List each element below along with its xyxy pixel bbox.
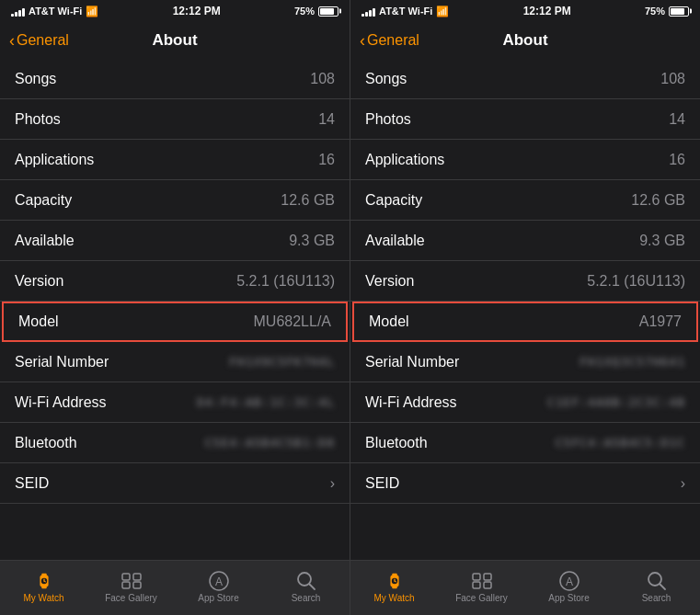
battery-percent: 75%: [294, 6, 315, 17]
status-left-right: AT&T Wi-Fi 📶: [361, 6, 449, 17]
time-display-right: 12:12 PM: [523, 5, 571, 17]
tab-my-watch-label-left: My Watch: [23, 593, 63, 603]
row-wifi-left: Wi-Fi Address D4:F4:AB:1C:3C:4L: [0, 382, 350, 423]
app-store-icon-right: A: [559, 571, 580, 591]
row-wifi-right: Wi-Fi Address C1EF:4A8B:2C3C:4B: [350, 382, 700, 423]
watch-icon-right: [384, 571, 405, 591]
row-songs-right: Songs 108: [350, 59, 700, 99]
back-label-left: General: [17, 32, 69, 49]
wifi-icon-right: 📶: [436, 6, 449, 17]
back-chevron-right: ‹: [360, 31, 365, 51]
svg-rect-7: [133, 574, 141, 580]
seid-chevron-right: ›: [681, 475, 685, 492]
row-seid-right[interactable]: SEID ›: [350, 463, 700, 504]
face-gallery-icon-right: [471, 571, 493, 591]
row-serial-right: Serial Number FH1XQ3C57H641: [350, 342, 700, 382]
page-title-right: About: [502, 31, 547, 50]
row-applications-left: Applications 16: [0, 140, 350, 180]
app-store-icon-left: A: [209, 571, 229, 591]
tab-my-watch-right[interactable]: My Watch: [367, 571, 422, 603]
svg-text:A: A: [214, 575, 222, 588]
row-version-right: Version 5.2.1 (16U113): [350, 261, 700, 302]
content-left: Songs 108 Photos 14 Applications 16 Capa…: [0, 59, 350, 560]
row-serial-left: Serial Number FH1X9C5FK7H4L: [0, 342, 350, 382]
status-bar-left: AT&T Wi-Fi 📶 12:12 PM 75%: [0, 0, 350, 22]
svg-rect-1: [41, 574, 47, 576]
row-model-right[interactable]: Model A1977: [352, 302, 698, 342]
time-display: 12:12 PM: [173, 5, 221, 17]
row-seid-left[interactable]: SEID ›: [0, 463, 350, 504]
signal-icon: [11, 6, 25, 17]
tab-my-watch-left[interactable]: My Watch: [17, 571, 72, 603]
tab-face-gallery-label-left: Face Gallery: [105, 593, 157, 603]
svg-line-5: [44, 581, 45, 582]
tab-bar-left: My Watch Face Gallery A App Store Searc: [0, 560, 350, 615]
svg-rect-21: [484, 574, 491, 580]
row-bluetooth-right: Bluetooth C5FC4:A5B4C5:D1C: [350, 423, 700, 463]
tab-app-store-right[interactable]: A App Store: [542, 571, 597, 603]
carrier-label-right: AT&T Wi-Fi: [379, 6, 432, 17]
svg-line-19: [395, 581, 396, 582]
tab-search-label-left: Search: [292, 593, 321, 603]
tab-face-gallery-right[interactable]: Face Gallery: [454, 571, 510, 603]
status-right: 75%: [294, 6, 339, 17]
svg-line-13: [309, 585, 315, 590]
page-title-left: About: [152, 31, 197, 50]
face-gallery-icon-left: [120, 571, 143, 591]
back-label-right: General: [367, 32, 419, 49]
watch-icon-left: [34, 571, 54, 591]
tab-bar-right: My Watch Face Gallery A App Store Searc: [350, 560, 700, 615]
search-icon-right: [647, 571, 667, 591]
tab-app-store-left[interactable]: A App Store: [191, 571, 247, 603]
svg-rect-23: [484, 582, 491, 588]
back-chevron-left: ‹: [9, 31, 15, 51]
back-button-right[interactable]: ‹ General: [360, 31, 419, 51]
phone-screen-right: AT&T Wi-Fi 📶 12:12 PM 75% ‹ General Abou…: [350, 0, 700, 615]
row-model-left[interactable]: Model MU682LL/A: [2, 302, 348, 342]
tab-face-gallery-label-right: Face Gallery: [455, 593, 508, 603]
battery-icon: [318, 6, 339, 17]
row-capacity-right: Capacity 12.6 GB: [350, 180, 700, 221]
seid-chevron-left: ›: [330, 475, 335, 492]
row-capacity-left: Capacity 12.6 GB: [0, 180, 350, 221]
carrier-label: AT&T Wi-Fi: [29, 6, 82, 17]
back-button-left[interactable]: ‹ General: [9, 31, 69, 51]
wifi-icon: 📶: [86, 6, 98, 17]
signal-icon-right: [361, 6, 375, 17]
svg-line-27: [660, 585, 665, 590]
row-version-left: Version 5.2.1 (16U113): [0, 261, 350, 302]
svg-rect-2: [41, 587, 47, 589]
nav-bar-left: ‹ General About: [0, 22, 350, 59]
svg-rect-6: [122, 574, 130, 580]
svg-rect-15: [392, 574, 397, 576]
tab-face-gallery-left[interactable]: Face Gallery: [104, 571, 159, 603]
status-bar-right: AT&T Wi-Fi 📶 12:12 PM 75%: [350, 0, 700, 22]
svg-rect-22: [473, 582, 480, 588]
tab-app-store-label-right: App Store: [548, 593, 589, 603]
svg-text:A: A: [565, 575, 572, 588]
row-available-right: Available 9.3 GB: [350, 221, 700, 261]
search-icon-left: [296, 571, 316, 591]
settings-list-left: Songs 108 Photos 14 Applications 16 Capa…: [0, 59, 350, 504]
nav-bar-right: ‹ General About: [350, 22, 700, 59]
row-applications-right: Applications 16: [350, 140, 700, 180]
content-right: Songs 108 Photos 14 Applications 16 Capa…: [350, 59, 700, 560]
row-photos-left: Photos 14: [0, 99, 350, 140]
row-bluetooth-left: Bluetooth C5E4:A5B4C5B1:D8: [0, 423, 350, 463]
battery-icon-right: [669, 6, 689, 17]
battery-percent-right: 75%: [645, 6, 665, 17]
status-left: AT&T Wi-Fi 📶: [11, 6, 98, 17]
svg-rect-20: [473, 574, 480, 580]
tab-search-right[interactable]: Search: [629, 571, 684, 603]
svg-rect-16: [392, 587, 397, 589]
svg-rect-8: [122, 582, 130, 588]
status-right-right: 75%: [645, 6, 689, 17]
phone-screen-left: AT&T Wi-Fi 📶 12:12 PM 75% ‹ General Abou…: [0, 0, 350, 615]
row-songs-left: Songs 108: [0, 59, 350, 99]
tab-search-left[interactable]: Search: [279, 571, 334, 603]
tab-app-store-label-left: App Store: [198, 593, 238, 603]
tab-my-watch-label-right: My Watch: [373, 593, 414, 603]
settings-list-right: Songs 108 Photos 14 Applications 16 Capa…: [350, 59, 700, 504]
row-available-left: Available 9.3 GB: [0, 221, 350, 261]
svg-rect-9: [133, 582, 141, 588]
